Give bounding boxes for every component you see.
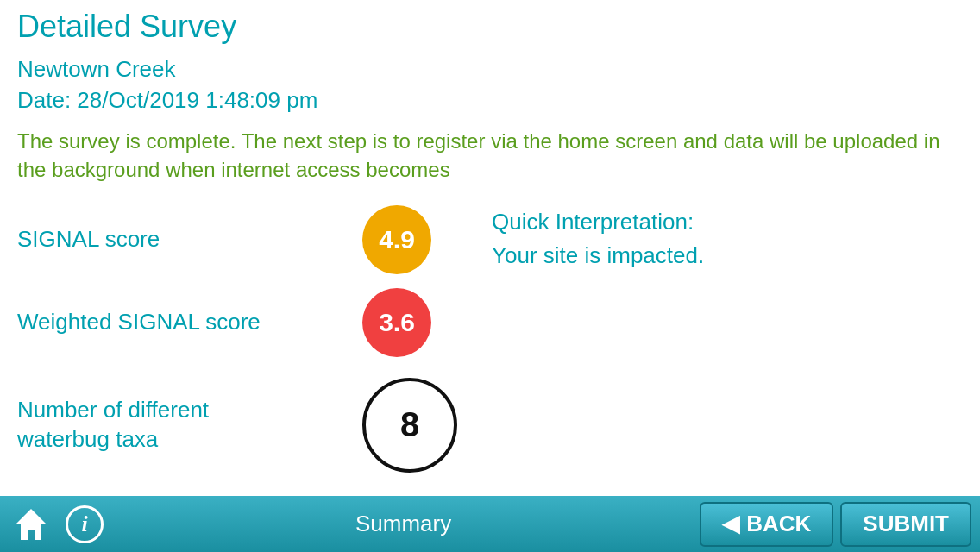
weighted-signal-score-label: Weighted SIGNAL score bbox=[17, 309, 345, 336]
home-icon bbox=[12, 505, 50, 543]
toolbar-right: ◀ BACK SUBMIT bbox=[700, 502, 971, 547]
submit-button[interactable]: SUBMIT bbox=[840, 502, 971, 547]
signal-score-row: SIGNAL score 4.9 bbox=[17, 205, 457, 274]
home-button[interactable] bbox=[9, 502, 53, 547]
info-icon: i bbox=[66, 505, 104, 543]
page-title: Detailed Survey bbox=[17, 9, 963, 45]
taxa-score-badge: 8 bbox=[362, 378, 457, 473]
signal-score-label: SIGNAL score bbox=[17, 226, 345, 253]
back-arrow-icon: ◀ bbox=[722, 511, 739, 537]
main-content: Detailed Survey Newtown Creek Date: 28/O… bbox=[0, 0, 980, 496]
info-button[interactable]: i bbox=[62, 502, 107, 547]
back-button[interactable]: ◀ BACK bbox=[700, 502, 833, 547]
svg-marker-0 bbox=[16, 509, 47, 540]
interpretation-title: Quick Interpretation: bbox=[492, 209, 704, 235]
location-date: Date: 28/Oct/2019 1:48:09 pm bbox=[17, 85, 963, 116]
signal-score-badge: 4.9 bbox=[362, 205, 431, 274]
taxa-score-value: 8 bbox=[400, 405, 419, 444]
weighted-signal-score-badge: 3.6 bbox=[362, 288, 431, 357]
taxa-row: Number of different waterbug taxa 8 bbox=[17, 378, 457, 473]
back-label: BACK bbox=[746, 511, 811, 537]
toolbar-summary-label: Summary bbox=[107, 511, 700, 537]
location-name: Newtown Creek bbox=[17, 53, 963, 85]
location-info: Newtown Creek Date: 28/Oct/2019 1:48:09 … bbox=[17, 53, 963, 116]
scores-section: SIGNAL score 4.9 Weighted SIGNAL score 3… bbox=[17, 205, 963, 473]
weighted-signal-score-row: Weighted SIGNAL score 3.6 bbox=[17, 288, 457, 357]
toolbar-left: i bbox=[9, 502, 107, 547]
submit-label: SUBMIT bbox=[863, 511, 949, 537]
scores-left: SIGNAL score 4.9 Weighted SIGNAL score 3… bbox=[17, 205, 457, 473]
taxa-label: Number of different waterbug taxa bbox=[17, 396, 345, 455]
bottom-toolbar: i Summary ◀ BACK SUBMIT bbox=[0, 496, 980, 552]
taxa-label-line1: Number of different bbox=[17, 397, 209, 423]
taxa-label-line2: waterbug taxa bbox=[17, 426, 158, 452]
survey-message: The survey is complete. The next step is… bbox=[17, 127, 963, 185]
interpretation-section: Quick Interpretation: Your site is impac… bbox=[492, 205, 704, 269]
interpretation-text: Your site is impacted. bbox=[492, 242, 704, 269]
weighted-signal-score-value: 3.6 bbox=[379, 308, 415, 337]
signal-score-value: 4.9 bbox=[379, 225, 415, 254]
